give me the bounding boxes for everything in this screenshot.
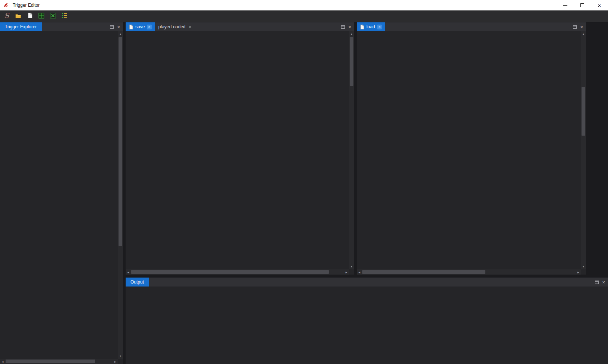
close-panel-icon[interactable]: × (580, 25, 583, 29)
tab-label: playerLoaded (158, 24, 186, 29)
grid-icon (38, 13, 44, 20)
trigger-explorer-title: Trigger Explorer (0, 22, 42, 31)
scroll-down-arrow[interactable]: ▼ (349, 264, 354, 269)
scrollbar-thumb[interactable] (362, 270, 485, 274)
main-area: Trigger Explorer × ▲ ▼ ◀ ▶ (0, 22, 608, 364)
scrollbar-thumb[interactable] (6, 360, 95, 363)
center-area: save × playerLoaded × × (126, 22, 608, 364)
scroll-right-arrow[interactable]: ▶ (576, 269, 581, 275)
dock-background (586, 22, 608, 275)
new-page-icon (28, 13, 32, 20)
scroll-right-arrow[interactable]: ▶ (344, 269, 349, 275)
folder-icon (15, 13, 21, 20)
save-code-area[interactable] (126, 31, 349, 269)
tree-horizontal-scrollbar[interactable]: ◀ ▶ (0, 359, 118, 364)
float-panel-icon[interactable] (341, 25, 345, 29)
scroll-left-arrow[interactable]: ◀ (126, 269, 131, 275)
file-icon (360, 25, 364, 29)
editor-panel-load: load × × ▲ ▼ (357, 22, 586, 275)
logo-s-button[interactable]: S (1, 12, 12, 21)
editors-row: save × playerLoaded × × (126, 22, 608, 275)
main-toolbar: S (0, 10, 608, 22)
load-code-area[interactable] (357, 31, 581, 269)
titlebar: Trigger Editor × (0, 0, 608, 10)
scroll-down-arrow[interactable]: ▼ (118, 354, 123, 359)
close-button[interactable]: × (591, 0, 608, 10)
editor-panel-save: save × playerLoaded × × (126, 22, 354, 275)
scroll-up-arrow[interactable]: ▲ (349, 31, 354, 37)
tab-playerloaded[interactable]: playerLoaded × (155, 22, 196, 31)
green-x-button[interactable] (48, 12, 58, 21)
save-tabstrip: save × playerLoaded × × (126, 22, 354, 31)
trigger-explorer-header: Trigger Explorer × (0, 22, 123, 31)
folder-button[interactable] (13, 12, 23, 21)
tab-output[interactable]: Output (126, 278, 149, 287)
float-panel-icon[interactable] (595, 281, 599, 284)
tab-close-button[interactable]: × (377, 25, 382, 29)
trigger-editor-window: Trigger Editor × S Trigger Explorer × (0, 0, 608, 364)
new-page-button[interactable] (25, 12, 35, 21)
svg-text:S: S (4, 12, 10, 19)
maximize-icon (580, 3, 584, 7)
scroll-down-arrow[interactable]: ▼ (581, 264, 586, 269)
save-editor[interactable]: ▲ ▼ ◀ ▶ (126, 31, 354, 275)
scroll-up-arrow[interactable]: ▲ (581, 31, 586, 37)
grid-button[interactable] (36, 12, 47, 21)
green-x-icon (50, 13, 56, 20)
float-panel-icon[interactable] (573, 25, 577, 29)
minimize-button[interactable] (557, 0, 574, 10)
close-panel-icon[interactable]: × (602, 280, 605, 285)
tab-save[interactable]: save × (126, 22, 155, 31)
trigger-tree-rows (0, 34, 118, 359)
scrollbar-thumb[interactable] (350, 37, 353, 86)
editor-horizontal-scrollbar[interactable]: ◀ ▶ (357, 269, 581, 275)
window-title: Trigger Editor (13, 3, 557, 8)
file-icon (129, 25, 133, 29)
scroll-left-arrow[interactable]: ◀ (357, 269, 362, 275)
list-button[interactable] (59, 12, 70, 21)
editor-vertical-scrollbar[interactable]: ▲ ▼ (349, 31, 354, 269)
output-log (126, 287, 608, 364)
maximize-button[interactable] (574, 0, 591, 10)
load-editor[interactable]: ▲ ▼ ◀ ▶ (357, 31, 586, 275)
close-panel-icon[interactable]: × (117, 25, 120, 29)
editor-horizontal-scrollbar[interactable]: ◀ ▶ (126, 269, 349, 275)
output-panel: Output × (126, 278, 608, 364)
load-tabstrip: load × × (357, 22, 586, 31)
float-panel-icon[interactable] (110, 25, 114, 29)
dock-splitter[interactable] (126, 275, 608, 278)
minimize-icon (563, 5, 567, 6)
trigger-explorer-panel: Trigger Explorer × ▲ ▼ ◀ ▶ (0, 22, 123, 364)
tab-label: save (135, 24, 145, 29)
tab-load[interactable]: load × (357, 22, 385, 31)
output-header: Output × (126, 278, 608, 287)
tab-close-button[interactable]: × (147, 25, 151, 29)
tab-label: load (366, 24, 375, 29)
panel-splitter[interactable] (123, 22, 126, 364)
scroll-up-arrow[interactable]: ▲ (118, 31, 123, 37)
close-panel-icon[interactable]: × (348, 25, 351, 29)
editor-vertical-scrollbar[interactable]: ▲ ▼ (581, 31, 586, 269)
tab-close-button[interactable]: × (188, 25, 192, 29)
list-icon (62, 13, 67, 20)
app-icon (3, 2, 10, 9)
trigger-tree: ▲ ▼ ◀ ▶ (0, 31, 123, 364)
scroll-right-arrow[interactable]: ▶ (113, 359, 118, 364)
panel-splitter[interactable] (354, 22, 357, 275)
close-icon: × (598, 3, 601, 8)
scroll-left-arrow[interactable]: ◀ (0, 359, 5, 364)
scrollbar-thumb[interactable] (131, 270, 329, 274)
tree-vertical-scrollbar[interactable]: ▲ ▼ (118, 31, 123, 359)
window-controls: × (557, 0, 608, 10)
scrollbar-thumb[interactable] (582, 87, 585, 136)
logo-s-icon: S (3, 12, 11, 21)
scrollbar-thumb[interactable] (119, 37, 122, 246)
